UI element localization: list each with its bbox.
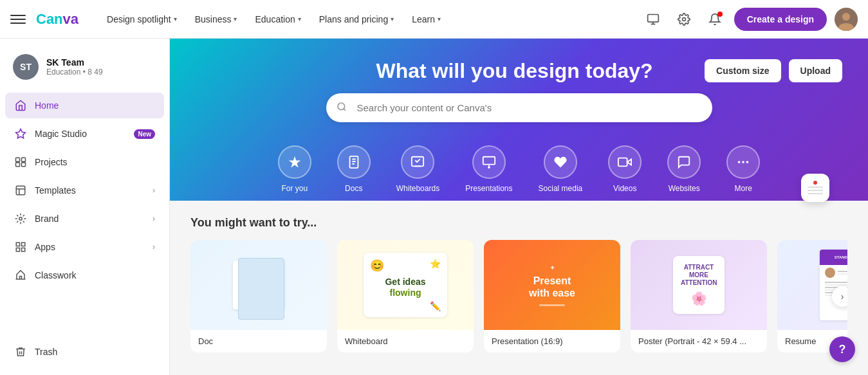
nav-links: Design spotlight ▾ Business ▾ Education … <box>99 9 448 30</box>
chevron-down-icon: ▾ <box>174 15 177 23</box>
category-whiteboards[interactable]: Whiteboards <box>383 138 452 201</box>
chevron-down-icon: ▾ <box>391 15 394 23</box>
poster-inner: ATTRACTMOREATTENTION 🌸 <box>673 256 725 314</box>
category-for-you[interactable]: For you <box>265 138 324 201</box>
notifications-wrap <box>703 8 726 31</box>
category-docs[interactable]: Docs <box>324 138 383 201</box>
card-doc[interactable]: DesignVisual Docs Design <box>190 240 327 352</box>
upload-button[interactable]: Upload <box>789 59 842 82</box>
hero-top: What will you design today? Custom size … <box>196 59 842 83</box>
sidebar-item-projects[interactable]: Projects <box>5 149 164 175</box>
card-thumb-doc: DesignVisual Docs Design <box>190 240 327 330</box>
wb-title: Get ideasflowing <box>385 277 425 298</box>
nav-education[interactable]: Education ▾ <box>247 9 308 30</box>
svg-line-20 <box>344 109 346 111</box>
cards-row: DesignVisual Docs Design <box>190 240 847 352</box>
floating-widget[interactable] <box>801 174 829 202</box>
settings-icon[interactable] <box>672 8 696 31</box>
websites-icon <box>667 145 701 179</box>
nav-learn[interactable]: Learn ▾ <box>404 9 448 30</box>
card-presentation[interactable]: ✦ Presentwith ease Presentation (16:9) <box>484 240 620 352</box>
svg-point-3 <box>682 17 685 21</box>
monitor-icon[interactable] <box>642 8 665 31</box>
svg-rect-15 <box>16 242 19 246</box>
help-button[interactable]: ? <box>829 336 855 362</box>
category-label-videos: Videos <box>613 184 636 193</box>
brand-icon <box>14 212 27 225</box>
svg-rect-27 <box>483 157 495 165</box>
chevron-right-icon: › <box>152 186 155 195</box>
nav-plans[interactable]: Plans and pricing ▾ <box>311 9 402 30</box>
chevron-down-icon: ▾ <box>438 15 441 23</box>
sidebar-item-templates[interactable]: Templates › <box>5 178 164 203</box>
category-videos[interactable]: Videos <box>595 138 654 201</box>
sidebar-label-templates: Templates <box>35 185 145 196</box>
sidebar-user: ST SK Team Education • 8 49 <box>5 49 164 85</box>
svg-point-14 <box>19 217 23 221</box>
sidebar-user-info: SK Team Education • 8 49 <box>46 57 103 77</box>
category-label-presentations: Presentations <box>465 184 512 193</box>
hero-title: What will you design today? <box>324 59 705 83</box>
svg-point-32 <box>738 161 741 163</box>
svg-rect-16 <box>22 242 25 246</box>
projects-icon <box>14 156 27 169</box>
wb-inner: 😊 ⭐ Get ideasflowing ✏️ <box>364 253 447 317</box>
card-thumb-poster: ATTRACTMOREATTENTION 🌸 <box>631 240 767 330</box>
sidebar-team-avatar: ST <box>13 54 39 80</box>
nav-business[interactable]: Business ▾ <box>187 9 245 30</box>
card-poster[interactable]: ATTRACTMOREATTENTION 🌸 Poster (Portrait … <box>631 240 767 352</box>
hero-search <box>326 93 712 122</box>
category-label-whiteboards: Whiteboards <box>396 184 439 193</box>
svg-point-28 <box>488 167 490 168</box>
svg-rect-17 <box>16 248 19 252</box>
create-design-button[interactable]: Create a design <box>734 8 827 31</box>
category-label-social: Social media <box>539 184 583 193</box>
card-thumb-presentation: ✦ Presentwith ease <box>484 240 620 330</box>
category-presentations[interactable]: Presentations <box>452 138 525 201</box>
cards-next-arrow[interactable]: › <box>832 286 847 307</box>
card-whiteboard[interactable]: 😊 ⭐ Get ideasflowing ✏️ Whiteboard <box>337 240 474 352</box>
chevron-down-icon: ▾ <box>298 15 301 23</box>
category-websites[interactable]: Websites <box>654 138 714 201</box>
logo-text: Canva <box>36 11 78 28</box>
doc-stack: DesignVisual Docs Design <box>233 261 284 309</box>
topnav: Canva Design spotlight ▾ Business ▾ Educ… <box>0 0 868 39</box>
sidebar-item-apps[interactable]: Apps › <box>5 234 164 260</box>
svg-rect-8 <box>22 158 26 161</box>
sidebar-item-magic-studio[interactable]: Magic Studio New <box>5 121 164 147</box>
hamburger-menu[interactable] <box>10 12 26 27</box>
sidebar: ST SK Team Education • 8 49 Home Magic S… <box>0 39 170 375</box>
svg-rect-11 <box>16 186 25 195</box>
whiteboards-icon <box>401 145 434 179</box>
sidebar-item-brand[interactable]: Brand › <box>5 206 164 232</box>
category-social-media[interactable]: Social media <box>526 138 596 201</box>
avatar[interactable] <box>835 8 858 31</box>
sidebar-item-classwork[interactable]: Classwork <box>5 262 164 288</box>
card-thumb-whiteboard: 😊 ⭐ Get ideasflowing ✏️ <box>337 240 474 330</box>
sidebar-team-sub: Education • 8 49 <box>46 68 103 77</box>
chevron-down-icon: ▾ <box>234 15 237 23</box>
sidebar-label-trash: Trash <box>35 347 155 357</box>
svg-point-19 <box>338 103 345 110</box>
sidebar-item-home[interactable]: Home <box>5 93 164 118</box>
sidebar-team-name: SK Team <box>46 57 103 68</box>
svg-marker-30 <box>627 159 631 165</box>
svg-point-34 <box>746 161 749 163</box>
card-label-whiteboard: Whiteboard <box>337 330 474 352</box>
sidebar-label-classwork: Classwork <box>35 270 155 280</box>
sidebar-label-projects: Projects <box>35 157 155 167</box>
trash-icon <box>14 345 27 358</box>
custom-size-button[interactable]: Custom size <box>705 59 780 82</box>
category-more[interactable]: More <box>714 138 773 201</box>
category-label-more: More <box>735 184 752 193</box>
svg-rect-9 <box>16 163 20 167</box>
card-label-doc: Doc <box>190 330 327 352</box>
svg-rect-7 <box>16 158 20 161</box>
nav-design-spotlight[interactable]: Design spotlight ▾ <box>99 9 185 30</box>
search-input[interactable] <box>326 93 712 122</box>
bell-icon[interactable] <box>703 8 726 31</box>
logo[interactable]: Canva <box>36 11 78 28</box>
category-label-for-you: For you <box>281 184 308 193</box>
chevron-right-icon: › <box>152 242 155 252</box>
sidebar-item-trash[interactable]: Trash <box>5 339 164 365</box>
